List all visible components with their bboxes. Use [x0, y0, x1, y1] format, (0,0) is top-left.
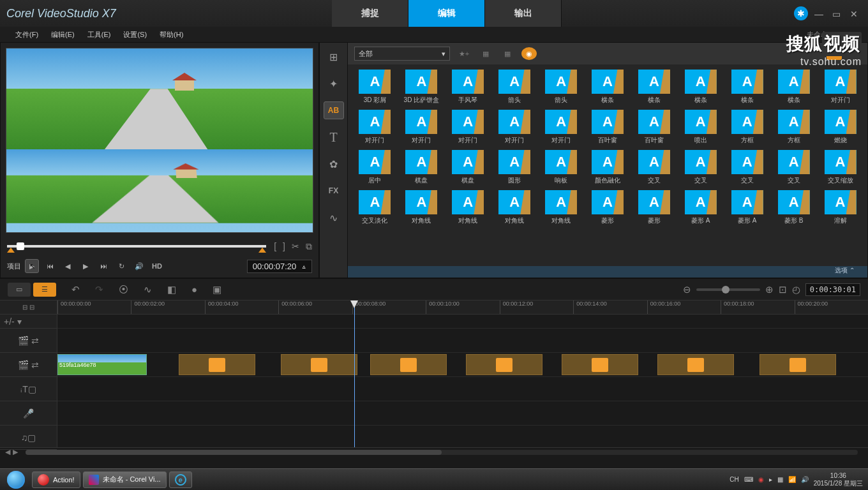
- transition-clip[interactable]: [466, 354, 542, 375]
- undo-icon[interactable]: ↶: [71, 284, 80, 295]
- menu-file[interactable]: 文件(F): [10, 29, 43, 41]
- zoom-in-icon[interactable]: ⊕: [765, 284, 774, 295]
- repeat-icon[interactable]: ↻: [114, 259, 128, 273]
- library-item[interactable]: A横条: [632, 70, 676, 105]
- library-item[interactable]: A百叶窗: [632, 110, 676, 145]
- timeline-view-button[interactable]: ☰: [33, 283, 56, 297]
- redo-icon[interactable]: ↷: [95, 284, 103, 295]
- library-item[interactable]: A对开门: [353, 110, 397, 145]
- transition-clip[interactable]: [281, 354, 357, 375]
- library-item[interactable]: A交叉: [772, 150, 816, 185]
- library-item[interactable]: A手风琴: [446, 70, 490, 105]
- view-thumbnails-icon[interactable]: ≡: [827, 47, 842, 60]
- tab-output[interactable]: 输出: [485, 0, 562, 27]
- menu-edit[interactable]: 编辑(E): [46, 29, 80, 41]
- library-item[interactable]: A圆形: [493, 150, 537, 185]
- help-icon[interactable]: ✱: [794, 6, 808, 20]
- library-item[interactable]: A居中: [353, 150, 397, 185]
- library-item[interactable]: A菱形: [632, 190, 676, 225]
- tab-edit[interactable]: 编辑: [408, 0, 485, 27]
- library-item[interactable]: A颜色融化: [586, 150, 630, 185]
- library-item[interactable]: A喷出: [678, 110, 722, 145]
- library-item[interactable]: A横条: [772, 70, 816, 105]
- transition-clip[interactable]: [179, 354, 255, 375]
- lib-graphic-icon[interactable]: ✿: [324, 155, 344, 173]
- tray-network-icon[interactable]: 📶: [788, 476, 796, 483]
- library-item[interactable]: A对角线: [400, 190, 444, 225]
- import-folder-icon[interactable]: ▦: [500, 47, 515, 60]
- menu-settings[interactable]: 设置(S): [118, 29, 152, 41]
- favorite-icon[interactable]: ★+: [456, 47, 472, 60]
- view-options-icon[interactable]: ⊓: [846, 47, 861, 60]
- library-item[interactable]: A棋盘: [446, 150, 490, 185]
- library-item[interactable]: A3D 比萨饼盒: [400, 70, 444, 105]
- lib-fx-icon[interactable]: FX: [324, 182, 344, 200]
- fit-project-icon[interactable]: ⊡: [779, 284, 787, 295]
- library-item[interactable]: A对开门: [493, 110, 537, 145]
- mark-in-icon[interactable]: [7, 248, 15, 253]
- tray-keyboard-icon[interactable]: ⌨: [744, 476, 753, 483]
- music-track-header[interactable]: ♫▢: [0, 426, 57, 450]
- library-item[interactable]: A百叶窗: [586, 110, 630, 145]
- mark-out-button[interactable]: ]: [283, 241, 285, 252]
- library-item[interactable]: A交叉缩放: [818, 150, 862, 185]
- library-item[interactable]: A菱形 A: [725, 190, 769, 225]
- library-item[interactable]: A方框: [772, 110, 816, 145]
- lib-text-icon[interactable]: T: [324, 128, 344, 146]
- library-item[interactable]: A对开门: [400, 110, 444, 145]
- start-button[interactable]: [3, 470, 29, 489]
- library-item[interactable]: A对角线: [446, 190, 490, 225]
- menu-tools[interactable]: 工具(E): [82, 29, 116, 41]
- library-item[interactable]: A横条: [678, 70, 722, 105]
- lib-transition-icon[interactable]: ✦: [324, 75, 344, 93]
- library-item[interactable]: A交叉: [725, 150, 769, 185]
- library-item[interactable]: A菱形: [586, 190, 630, 225]
- library-item[interactable]: A3D 彩屑: [353, 70, 397, 105]
- taskbar-action[interactable]: Action!: [32, 471, 80, 488]
- maximize-button[interactable]: ▭: [832, 9, 844, 18]
- library-item[interactable]: A箭头: [493, 70, 537, 105]
- volume-icon[interactable]: 🔊: [132, 259, 146, 273]
- voice-track[interactable]: [57, 401, 868, 426]
- tray-clock[interactable]: 10:36 2015/1/28 星期三: [814, 472, 865, 487]
- preview-viewport[interactable]: [6, 48, 313, 233]
- transition-clip[interactable]: [760, 354, 836, 375]
- overlay-track[interactable]: 519fa1a46e78: [57, 353, 868, 377]
- track-motion-icon[interactable]: ●: [191, 284, 197, 295]
- library-item[interactable]: A菱形 A: [678, 190, 722, 225]
- library-item[interactable]: A燃烧: [818, 110, 862, 145]
- hd-label[interactable]: HD: [150, 259, 164, 273]
- lib-title-icon[interactable]: AB: [324, 101, 344, 119]
- transition-clip[interactable]: [370, 354, 447, 375]
- library-item[interactable]: A菱形 B: [772, 190, 816, 225]
- go-end-icon[interactable]: ⏭: [96, 259, 110, 273]
- trim-bar[interactable]: [ ] ✂ ⧉: [7, 238, 312, 255]
- video-clip[interactable]: 519fa1a46e78: [57, 354, 147, 375]
- time-ruler[interactable]: 00:00:00:0000:00:02:0000:00:04:0000:00:0…: [57, 301, 868, 315]
- transition-clip[interactable]: [562, 354, 638, 375]
- subtitle-icon[interactable]: ▣: [213, 284, 221, 295]
- library-item[interactable]: A对开门: [818, 70, 862, 105]
- gallery-icon[interactable]: ◉: [521, 47, 537, 60]
- project-duration-icon[interactable]: ◴: [792, 284, 800, 295]
- voice-track-header[interactable]: 🎤: [0, 401, 57, 426]
- library-item[interactable]: A横条: [586, 70, 630, 105]
- mark-in-button[interactable]: [: [274, 241, 276, 252]
- library-item[interactable]: A交叉: [678, 150, 722, 185]
- tray-volume-icon[interactable]: 🔊: [801, 476, 809, 483]
- close-button[interactable]: ✕: [850, 9, 862, 18]
- tray-status-icon[interactable]: ◉: [758, 476, 764, 483]
- library-item[interactable]: A横条: [725, 70, 769, 105]
- play-button[interactable]: ▶↖: [25, 259, 39, 273]
- transition-clip[interactable]: [657, 354, 734, 375]
- tray-flag-icon[interactable]: ▸: [769, 476, 772, 483]
- library-filter-dropdown[interactable]: 全部▾: [354, 47, 450, 61]
- zoom-out-icon[interactable]: ⊖: [683, 284, 691, 295]
- lib-path-icon[interactable]: ∿: [324, 209, 344, 226]
- taskbar-corel[interactable]: 未命名 - Corel Vi...: [83, 471, 167, 488]
- library-item[interactable]: A溶解: [818, 190, 862, 225]
- music-track[interactable]: [57, 426, 868, 447]
- title-track-header[interactable]: ᵢT▢: [0, 377, 57, 401]
- cut-icon[interactable]: ✂: [292, 241, 299, 252]
- auto-music-icon[interactable]: ◧: [167, 284, 176, 295]
